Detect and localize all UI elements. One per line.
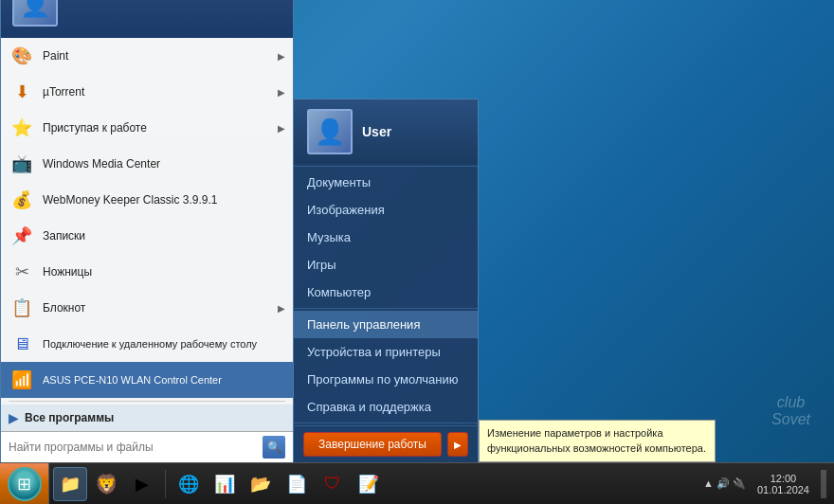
right-devices[interactable]: Устройства и принтеры (294, 338, 478, 366)
app-asus-label: ASUS PCE-N10 WLAN Control Center (43, 374, 285, 386)
utorrent-icon: ⬇ (9, 79, 35, 105)
search-button[interactable]: 🔍 (263, 436, 285, 459)
app-webmoney-label: WebMoney Keeper Classic 3.9.9.1 (43, 193, 285, 207)
taskbar-acrobat[interactable]: 📄 (280, 467, 314, 501)
app-notes[interactable]: 📌 Записки (1, 218, 293, 254)
arrow-icon: ▶ (278, 51, 285, 62)
asus-icon: 📶 (9, 367, 35, 393)
separator (294, 166, 478, 167)
shutdown-options-button[interactable]: ▶ (447, 432, 468, 457)
taskbar: ⊞ 📁 🦁 ▶ 🌐 📊 (0, 462, 834, 504)
user-avatar: 👤 (307, 109, 353, 154)
windows-logo: ⊞ (17, 474, 31, 495)
getstarted-icon: ⭐ (9, 115, 35, 141)
search-input[interactable] (9, 441, 259, 454)
right-default-programs[interactable]: Программы по умолчанию (294, 366, 478, 393)
app-utorrent[interactable]: ⬇ µTorrent ▶ (1, 74, 293, 110)
taskbar-mcafee[interactable]: 🛡 (316, 467, 350, 501)
search-bar: 🔍 (1, 431, 293, 462)
acrobat-icon: 📄 (286, 474, 307, 495)
folder-icon: 📂 (250, 474, 271, 495)
user-section: 👤 User (294, 99, 478, 164)
app-remote[interactable]: 🖥 Подключение к удаленному рабочему стол… (1, 326, 293, 362)
shutdown-button[interactable]: Завершение работы (303, 432, 442, 457)
clock-time: 12:00 (757, 473, 809, 484)
app-scissors[interactable]: ✂ Ножницы (1, 254, 293, 290)
app-remote-label: Подключение к удаленному рабочему столу (43, 338, 285, 350)
right-control-panel[interactable]: Панель управления (294, 311, 478, 338)
app-getstarted-label: Приступая к работе (43, 121, 270, 135)
show-desktop-button[interactable] (821, 470, 826, 498)
apps-section: 🎨 Paint ▶ ⬇ µTorrent ▶ ⭐ Приступая к раб… (1, 38, 293, 462)
mediaplayer-icon: ▶ (136, 474, 149, 495)
excel-icon: 📊 (214, 474, 235, 495)
right-music[interactable]: Музыка (294, 224, 478, 251)
app-notepad[interactable]: 📋 Блокнот ▶ (1, 290, 293, 326)
avatar: 👤 (12, 0, 58, 27)
username: User (362, 124, 391, 139)
app-scissors-label: Ножницы (43, 265, 285, 279)
mcafee-icon: 🛡 (324, 474, 341, 494)
tooltip-text: Изменение параметров и настройка функцио… (487, 427, 706, 453)
separator (294, 308, 478, 309)
apps-list: 🎨 Paint ▶ ⬇ µTorrent ▶ ⭐ Приступая к раб… (1, 38, 293, 462)
app-utorrent-label: µTorrent (43, 85, 270, 99)
clock-date: 01.01.2024 (757, 484, 809, 495)
start-menu-right: 👤 User Документы Изображения Музыка Игры… (294, 99, 479, 462)
right-games[interactable]: Игры (294, 251, 478, 279)
start-button[interactable]: ⊞ (0, 463, 49, 505)
explorer-icon: 📁 (60, 474, 81, 495)
taskbar-chrome[interactable]: 🌐 (172, 467, 206, 501)
arrow-icon: ▶ (278, 303, 285, 314)
app-wmc[interactable]: 📺 Windows Media Center (1, 146, 293, 182)
right-images[interactable]: Изображения (294, 196, 478, 224)
paint-icon: 🎨 (9, 43, 35, 69)
desktop: clubSovet 👤 🎨 Paint ▶ ⬇ µTorrent ▶ ⭐ (0, 0, 834, 504)
notes-icon: 📌 (9, 223, 35, 249)
shutdown-section: Завершение работы ▶ (294, 425, 478, 462)
arrow-icon: ▶ (278, 123, 285, 134)
word-icon: 📝 (358, 474, 379, 495)
scissors-icon: ✂ (9, 259, 35, 285)
clock[interactable]: 12:00 01.01.2024 (752, 473, 815, 495)
taskbar-word[interactable]: 📝 (352, 467, 386, 501)
app-wmc-label: Windows Media Center (43, 157, 285, 171)
taskbar-separator (165, 470, 166, 498)
wmc-icon: 📺 (9, 151, 35, 177)
app-webmoney[interactable]: 💰 WebMoney Keeper Classic 3.9.9.1 (1, 182, 293, 218)
separator (9, 401, 285, 402)
app-paint[interactable]: 🎨 Paint ▶ (1, 38, 293, 74)
taskbar-excel[interactable]: 📊 (208, 467, 242, 501)
taskbar-explorer[interactable]: 📁 (53, 467, 87, 501)
all-programs-icon: ▶ (9, 410, 19, 425)
taskbar-items: 📁 🦁 ▶ 🌐 📊 📂 (49, 467, 696, 501)
start-menu: 👤 🎨 Paint ▶ ⬇ µTorrent ▶ ⭐ Приступая к р… (0, 0, 294, 462)
taskbar-mediaplayer[interactable]: ▶ (125, 467, 159, 501)
app-notepad-label: Блокнот (43, 301, 270, 315)
app-asus[interactable]: 📶 ASUS PCE-N10 WLAN Control Center (1, 362, 293, 398)
watermark: clubSovet (771, 394, 810, 428)
chrome-icon: 🌐 (178, 474, 199, 495)
right-documents[interactable]: Документы (294, 169, 478, 196)
arrow-icon: ▶ (278, 87, 285, 98)
app-paint-label: Paint (43, 49, 270, 63)
taskbar-lionhead[interactable]: 🦁 (89, 467, 123, 501)
app-notes-label: Записки (43, 229, 285, 243)
start-orb: ⊞ (8, 467, 42, 501)
right-computer[interactable]: Компьютер (294, 279, 478, 306)
systray-icons: ▲ 🔊 🔌 (703, 477, 746, 490)
notepad-icon: 📋 (9, 295, 35, 321)
all-programs-label: Все программы (25, 411, 114, 424)
control-panel-tooltip: Изменение параметров и настройка функцио… (479, 420, 716, 462)
app-getstarted[interactable]: ⭐ Приступая к работе ▶ (1, 110, 293, 146)
taskbar-folder[interactable]: 📂 (244, 467, 278, 501)
lionhead-icon: 🦁 (95, 473, 118, 495)
right-help[interactable]: Справка и поддержка (294, 393, 478, 421)
bottom-separator (294, 423, 478, 423)
start-menu-header: 👤 (1, 0, 293, 38)
taskbar-right: ▲ 🔊 🔌 12:00 01.01.2024 (696, 470, 834, 498)
all-programs-button[interactable]: ▶ Все программы (1, 405, 293, 431)
remote-icon: 🖥 (9, 331, 35, 357)
webmoney-icon: 💰 (9, 187, 35, 213)
